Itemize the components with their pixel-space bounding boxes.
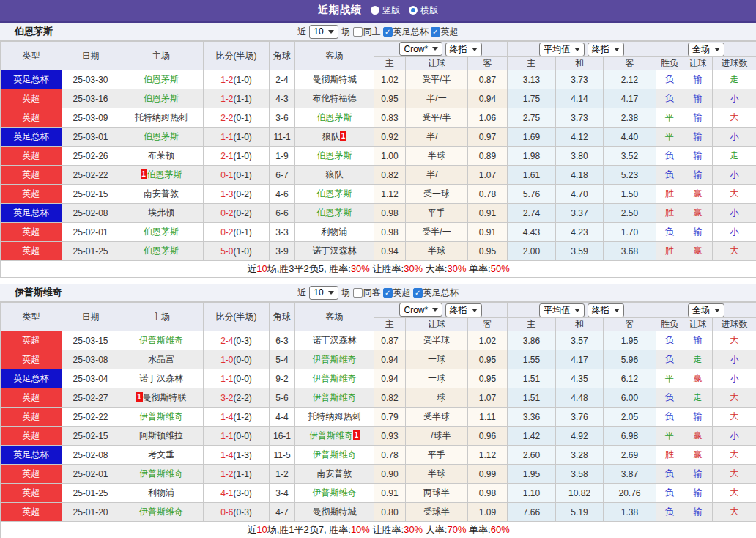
odds-company-select[interactable]: Crow*: [399, 42, 442, 56]
avg-home-odds: 1.95: [508, 465, 556, 484]
result-wdl: 负: [656, 89, 683, 108]
match-row: 英足总杯25-03-04诺丁汉森林1-1(0-0)9-2伊普斯维奇0.94一球0…: [1, 369, 756, 388]
fulltime-select[interactable]: 全场: [688, 303, 724, 317]
filter-checkbox[interactable]: ✓英超: [431, 26, 459, 38]
filter-checkbox[interactable]: 同主: [353, 26, 381, 38]
avg-draw-odds: 4.18: [556, 166, 604, 185]
score-cell: 1-2(1-1): [204, 465, 270, 484]
radio-vertical-label: 竖版: [382, 4, 400, 17]
handicap-home-odds: 0.82: [374, 388, 406, 408]
avg-away-odds: 5.96: [604, 350, 656, 369]
summary-segment: 单率:: [466, 524, 490, 535]
near-label: 近: [297, 26, 306, 38]
filter-checkbox[interactable]: ✓英超: [383, 287, 411, 299]
average-select[interactable]: 平均值: [539, 303, 585, 317]
team-label: 伯恩茅斯: [144, 226, 179, 237]
average-select[interactable]: 平均值: [539, 43, 585, 56]
score-cell: 3-2(2-2): [204, 388, 270, 408]
radio-selected-icon[interactable]: [409, 6, 418, 15]
avg-away-odds: 5.23: [604, 166, 656, 185]
corners: 11-5: [270, 446, 295, 465]
average-odds-group: 平均值 终指: [508, 42, 656, 57]
match-row: 英足总杯25-02-08埃弗顿0-2(0-2)6-6伯恩茅斯0.98平手0.91…: [1, 204, 756, 223]
radio-horizontal-layout[interactable]: 横版: [409, 4, 438, 17]
home-team: 托特纳姆热刺: [119, 108, 204, 128]
team-label: 伊普斯维奇: [313, 487, 357, 498]
odds-company-select[interactable]: Crow*: [399, 303, 442, 317]
away-team: 曼彻斯特城: [295, 503, 374, 522]
checkbox-icon[interactable]: [353, 288, 363, 298]
result-wdl: 胜: [656, 242, 683, 261]
odds-time-select[interactable]: 终指: [445, 303, 482, 317]
summary-segment: 近: [247, 263, 256, 274]
games-count-select[interactable]: 10: [309, 286, 338, 300]
match-date: 25-02-01: [62, 223, 119, 242]
average-time-select[interactable]: 终指: [588, 303, 624, 317]
handicap-home-odds: 0.79: [374, 408, 406, 427]
fulltime-select[interactable]: 全场: [688, 43, 724, 56]
away-team: 伊普斯维奇: [295, 369, 374, 388]
score-cell: 0-1(0-1): [204, 166, 270, 185]
avg-home-odds: 1.98: [508, 147, 556, 166]
away-team: 伯恩茅斯: [295, 185, 374, 204]
odds-time-select[interactable]: 终指: [445, 43, 482, 56]
games-count-select[interactable]: 10: [309, 25, 338, 39]
match-row: 英超25-02-15阿斯顿维拉1-1(0-0)16-1伊普斯维奇10.93一/球…: [1, 427, 756, 446]
result-handicap: 输: [683, 465, 713, 484]
team-label: 托特纳姆热刺: [308, 411, 361, 421]
corners: 1-9: [270, 147, 295, 166]
filter-checkboxes: 同主✓英足总杯✓英超: [353, 26, 459, 38]
halftime-score: (2-2): [234, 393, 252, 403]
checkbox-icon[interactable]: ✓: [383, 27, 393, 37]
avg-home-odds: 3.13: [508, 70, 556, 89]
league-badge: 英超: [1, 89, 62, 108]
filter-checkbox[interactable]: ✓英足总杯: [383, 26, 429, 38]
avg-home-odds: 1.51: [508, 388, 556, 408]
avg-away-odds: 3.68: [604, 242, 656, 261]
match-section-bournemouth: 伯恩茅斯 近 10 场 同主✓英足总杯✓英超 类型 日期 主场 比分(半场) 角…: [0, 23, 756, 278]
league-badge: 英超: [1, 166, 62, 185]
team-label: 诺丁汉森林: [313, 246, 357, 256]
avg-draw-odds: 4.35: [556, 369, 604, 388]
team-label: 伯恩茅斯: [144, 93, 179, 103]
summary-segment: 30%: [447, 263, 466, 274]
handicap-away-odds: 0.87: [468, 70, 508, 89]
match-date: 25-01-25: [62, 484, 119, 503]
filter-checkbox[interactable]: ✓英足总杯: [413, 287, 459, 299]
league-badge: 英足总杯: [1, 446, 62, 465]
filter-checkbox[interactable]: 同客: [353, 287, 381, 299]
average-time-select[interactable]: 终指: [588, 43, 624, 56]
score-cell: 1-1(1-0): [204, 128, 270, 147]
halftime-score: (0-1): [234, 170, 252, 180]
checkbox-icon[interactable]: ✓: [431, 27, 440, 37]
result-goals: 大: [713, 503, 756, 522]
result-handicap: 输: [683, 166, 713, 185]
result-goals: 大: [713, 446, 756, 465]
result-goals: 小: [713, 350, 756, 369]
team-label: 伊普斯维奇: [313, 449, 357, 460]
checkbox-icon[interactable]: [353, 27, 363, 37]
team-label: 考文垂: [148, 449, 174, 460]
fulltime-score: 2-4: [220, 336, 233, 346]
checkbox-icon[interactable]: ✓: [383, 288, 393, 298]
result-wdl: 负: [656, 70, 683, 89]
match-row: 英超25-03-15伊普斯维奇2-4(0-3)6-3诺丁汉森林0.87受半球1.…: [1, 331, 756, 350]
halftime-score: (0-0): [234, 355, 252, 365]
handicap-away-odds: 0.91: [468, 204, 508, 223]
result-goals: 大: [713, 108, 756, 128]
avg-home-odds: 1.42: [508, 427, 556, 446]
fulltime-score: 1-1: [220, 132, 233, 142]
col-header-type: 类型: [1, 42, 62, 70]
result-goals: 小: [713, 128, 756, 147]
match-date: 25-03-16: [62, 89, 119, 108]
checkbox-icon[interactable]: ✓: [413, 288, 423, 298]
radio-unselected-icon[interactable]: [371, 6, 379, 15]
team-header: 伯恩茅斯 近 10 场 同主✓英足总杯✓英超: [0, 23, 756, 41]
radio-vertical-layout[interactable]: 竖版: [371, 4, 400, 17]
score-cell: 0-2(0-2): [204, 204, 270, 223]
fulltime-score: 0-6: [220, 507, 233, 517]
avg-home-odds: 4.43: [508, 223, 556, 242]
halftime-score: (1-0): [234, 132, 252, 142]
halftime-score: (3-0): [234, 488, 252, 498]
avg-away-odds: 4.40: [604, 128, 656, 147]
